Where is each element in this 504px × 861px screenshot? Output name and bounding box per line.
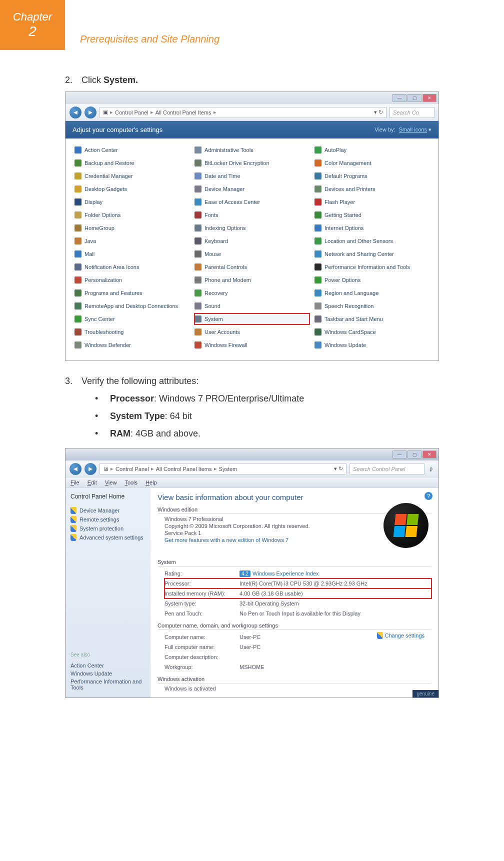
sidebar-link[interactable]: Remote settings: [70, 516, 146, 523]
control-panel-item-icon: [314, 250, 322, 258]
control-panel-item[interactable]: Windows Firewall: [194, 340, 310, 350]
control-panel-item[interactable]: Default Programs: [314, 170, 430, 182]
control-panel-item[interactable]: User Accounts: [194, 326, 310, 338]
change-settings-link[interactable]: Change settings: [377, 632, 425, 639]
control-panel-item[interactable]: Administrative Tools: [194, 144, 310, 156]
control-panel-item[interactable]: Devices and Printers: [314, 184, 430, 194]
control-panel-item-icon: [74, 276, 82, 284]
breadcrumb-bar[interactable]: ▣ ▸ Control Panel ▸ All Control Panel It…: [100, 107, 386, 118]
sidebar-link[interactable]: Advanced system settings: [70, 534, 146, 541]
minimize-button[interactable]: —: [392, 450, 406, 458]
control-panel-item-icon: [194, 160, 202, 166]
control-panel-item[interactable]: Recovery: [194, 288, 310, 298]
control-panel-item[interactable]: Phone and Modem: [194, 274, 310, 286]
control-panel-item[interactable]: Keyboard: [194, 236, 310, 246]
search-icon[interactable]: ρ: [428, 466, 434, 472]
breadcrumb-item[interactable]: Control Panel: [115, 110, 148, 116]
control-panel-item-label: Network and Sharing Center: [324, 251, 394, 257]
spec-row: Rating:4.2Windows Experience Index: [164, 568, 432, 578]
control-panel-item-label: Recovery: [204, 290, 228, 296]
shield-icon: [377, 632, 383, 639]
control-panel-item[interactable]: Personalization: [74, 274, 190, 286]
breadcrumb-bar[interactable]: 🖥 ▸ Control Panel ▸ All Control Panel It…: [100, 464, 346, 474]
control-panel-item[interactable]: RemoteApp and Desktop Connections: [74, 300, 190, 312]
control-panel-item[interactable]: System: [194, 314, 310, 324]
breadcrumb-item[interactable]: System: [219, 466, 238, 472]
menu-item[interactable]: File: [70, 480, 80, 486]
search-input[interactable]: Search Control Panel: [350, 464, 424, 474]
menu-item[interactable]: Edit: [88, 480, 97, 486]
back-button[interactable]: ◄: [70, 463, 82, 475]
menu-item[interactable]: Help: [146, 480, 157, 486]
back-button[interactable]: ◄: [70, 106, 82, 118]
control-panel-item[interactable]: Backup and Restore: [74, 158, 190, 168]
control-panel-item[interactable]: Credential Manager: [74, 170, 190, 182]
control-panel-item[interactable]: Ease of Access Center: [194, 196, 310, 208]
wei-link[interactable]: Windows Experience Index: [252, 570, 319, 576]
menu-item[interactable]: View: [105, 480, 117, 486]
refresh-icon[interactable]: ▾ ↻: [374, 109, 383, 116]
sidebar-link[interactable]: Device Manager: [70, 507, 146, 514]
control-panel-item[interactable]: Display: [74, 196, 190, 208]
control-panel-item[interactable]: Flash Player: [314, 196, 430, 208]
control-panel-item[interactable]: Windows Update: [314, 340, 430, 350]
control-panel-item[interactable]: Notification Area Icons: [74, 262, 190, 272]
control-panel-item[interactable]: AutoPlay: [314, 144, 430, 156]
control-panel-item[interactable]: Performance Information and Tools: [314, 262, 430, 272]
control-panel-item[interactable]: Device Manager: [194, 184, 310, 194]
sidebar-title[interactable]: Control Panel Home: [70, 493, 146, 500]
control-panel-item[interactable]: Network and Sharing Center: [314, 248, 430, 260]
maximize-button[interactable]: ▢: [408, 94, 422, 102]
breadcrumb-item[interactable]: All Control Panel Items: [156, 110, 212, 116]
control-panel-item[interactable]: Desktop Gadgets: [74, 184, 190, 194]
control-panel-item[interactable]: Java: [74, 236, 190, 246]
control-panel-item[interactable]: Date and Time: [194, 170, 310, 182]
control-panel-item[interactable]: Location and Other Sensors: [314, 236, 430, 246]
attribute-list: Processor: Windows 7 PRO/Enterprise/Ulti…: [95, 394, 439, 439]
control-panel-item-label: Region and Language: [324, 290, 378, 296]
help-icon[interactable]: ?: [424, 492, 432, 500]
control-panel-item[interactable]: Power Options: [314, 274, 430, 286]
control-panel-item[interactable]: Mouse: [194, 248, 310, 260]
maximize-button[interactable]: ▢: [408, 450, 422, 458]
sidebar-sublink[interactable]: Performance Information and Tools: [70, 678, 146, 690]
control-panel-item[interactable]: HomeGroup: [74, 222, 190, 234]
control-panel-item[interactable]: Mail: [74, 248, 190, 260]
viewby-value[interactable]: Small icons: [399, 126, 427, 132]
page-content: 2. Click System. — ▢ ✕ ◄ ► ▣ ▸ Control P…: [0, 50, 504, 728]
control-panel-item[interactable]: Folder Options: [74, 210, 190, 220]
control-panel-item-icon: [194, 342, 202, 348]
sidebar-link[interactable]: System protection: [70, 525, 146, 532]
control-panel-item[interactable]: Windows Defender: [74, 340, 190, 350]
control-panel-item[interactable]: Sync Center: [74, 314, 190, 324]
control-panel-item[interactable]: Taskbar and Start Menu: [314, 314, 430, 324]
control-panel-item[interactable]: Speech Recognition: [314, 300, 430, 312]
close-button[interactable]: ✕: [422, 450, 436, 458]
control-panel-item[interactable]: Parental Controls: [194, 262, 310, 272]
menu-item[interactable]: Tools: [124, 480, 138, 486]
control-panel-item-label: Windows Firewall: [204, 342, 248, 348]
control-panel-item[interactable]: BitLocker Drive Encryption: [194, 158, 310, 168]
sidebar-sublink[interactable]: Action Center: [70, 662, 146, 668]
control-panel-item[interactable]: Fonts: [194, 210, 310, 220]
minimize-button[interactable]: —: [392, 94, 406, 102]
forward-button[interactable]: ►: [84, 106, 96, 118]
breadcrumb-item[interactable]: All Control Panel Items: [156, 466, 212, 472]
control-panel-item[interactable]: Troubleshooting: [74, 326, 190, 338]
control-panel-item[interactable]: Color Management: [314, 158, 430, 168]
forward-button[interactable]: ►: [84, 463, 96, 475]
control-panel-item[interactable]: Internet Options: [314, 222, 430, 234]
breadcrumb-item[interactable]: Control Panel: [116, 466, 149, 472]
control-panel-item[interactable]: Windows CardSpace: [314, 326, 430, 338]
control-panel-item[interactable]: Action Center: [74, 144, 190, 156]
control-panel-item[interactable]: Indexing Options: [194, 222, 310, 234]
control-panel-item[interactable]: Region and Language: [314, 288, 430, 298]
sidebar-sublink[interactable]: Windows Update: [70, 670, 146, 676]
control-panel-item[interactable]: Sound: [194, 300, 310, 312]
control-panel-item[interactable]: Programs and Features: [74, 288, 190, 298]
refresh-icon[interactable]: ▾ ↻: [334, 466, 343, 472]
control-panel-item[interactable]: Getting Started: [314, 210, 430, 220]
search-input[interactable]: Search Co: [390, 107, 434, 118]
wei-badge: 4.2: [240, 570, 250, 577]
close-button[interactable]: ✕: [422, 94, 436, 102]
